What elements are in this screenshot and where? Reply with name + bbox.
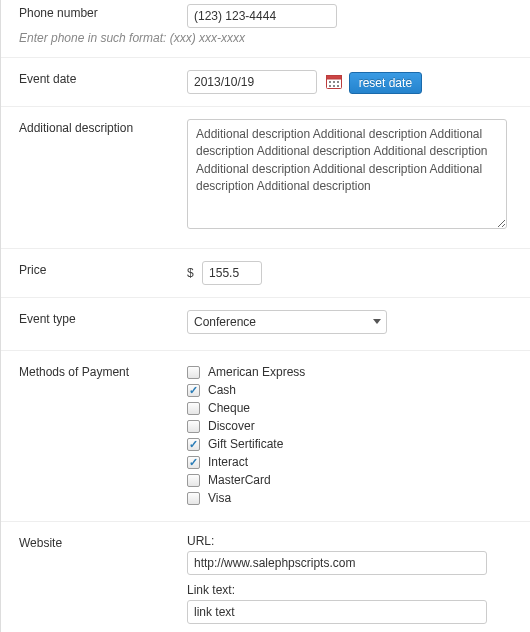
divider [1, 57, 530, 58]
checkbox[interactable] [187, 402, 200, 415]
divider [1, 106, 530, 107]
price-label: Price [19, 261, 187, 285]
svg-rect-6 [333, 85, 335, 87]
phone-label: Phone number [19, 4, 187, 28]
payment-method-item: Cash [187, 381, 512, 399]
additional-description-textarea[interactable] [187, 119, 507, 229]
payment-methods-label: Methods of Payment [19, 363, 187, 507]
svg-rect-1 [327, 75, 342, 79]
checkbox[interactable] [187, 456, 200, 469]
payment-method-label: Visa [208, 491, 231, 505]
payment-method-label: MasterCard [208, 473, 271, 487]
svg-rect-2 [329, 81, 331, 83]
website-label: Website [19, 534, 187, 624]
payment-method-item: Cheque [187, 399, 512, 417]
divider [1, 248, 530, 249]
row-event-date: Event date reset date [1, 62, 530, 102]
website-linktext-sublabel: Link text: [187, 583, 512, 597]
payment-method-item: MasterCard [187, 471, 512, 489]
divider [1, 350, 530, 351]
payment-method-item: Gift Sertificate [187, 435, 512, 453]
svg-rect-4 [337, 81, 339, 83]
phone-hint: Enter phone in such format: (xxx) xxx-xx… [1, 30, 530, 53]
divider [1, 297, 530, 298]
event-date-input[interactable] [187, 70, 317, 94]
event-type-value[interactable] [187, 310, 387, 334]
payment-method-item: Visa [187, 489, 512, 507]
payment-method-label: Gift Sertificate [208, 437, 283, 451]
checkbox[interactable] [187, 384, 200, 397]
row-payment-methods: Methods of Payment American ExpressCashC… [1, 355, 530, 517]
checkbox[interactable] [187, 438, 200, 451]
event-type-label: Event type [19, 310, 187, 334]
phone-input[interactable] [187, 4, 337, 28]
payment-method-item: Interact [187, 453, 512, 471]
payment-method-label: Cash [208, 383, 236, 397]
reset-date-button[interactable]: reset date [349, 72, 422, 94]
payment-method-label: Cheque [208, 401, 250, 415]
svg-rect-3 [333, 81, 335, 83]
payment-methods-list: American ExpressCashChequeDiscoverGift S… [187, 363, 512, 507]
additional-description-label: Additional description [19, 119, 187, 232]
checkbox[interactable] [187, 492, 200, 505]
payment-method-item: Discover [187, 417, 512, 435]
svg-rect-5 [329, 85, 331, 87]
row-phone: Phone number [1, 0, 530, 30]
website-linktext-input[interactable] [187, 600, 487, 624]
row-additional-description: Additional description [1, 111, 530, 244]
event-type-select[interactable] [187, 310, 387, 334]
payment-method-label: Discover [208, 419, 255, 433]
svg-rect-7 [337, 85, 339, 87]
payment-method-label: American Express [208, 365, 305, 379]
row-event-type: Event type [1, 302, 530, 346]
checkbox[interactable] [187, 420, 200, 433]
row-website: Website URL: Link text: [1, 526, 530, 632]
checkbox[interactable] [187, 366, 200, 379]
website-url-input[interactable] [187, 551, 487, 575]
price-input[interactable] [202, 261, 262, 285]
calendar-icon[interactable] [326, 74, 342, 92]
payment-method-item: American Express [187, 363, 512, 381]
checkbox[interactable] [187, 474, 200, 487]
divider [1, 521, 530, 522]
form-panel: Phone number Enter phone in such format:… [0, 0, 530, 632]
website-url-sublabel: URL: [187, 534, 512, 548]
row-price: Price $ [1, 253, 530, 293]
payment-method-label: Interact [208, 455, 248, 469]
event-date-label: Event date [19, 70, 187, 94]
currency-symbol: $ [187, 266, 194, 280]
